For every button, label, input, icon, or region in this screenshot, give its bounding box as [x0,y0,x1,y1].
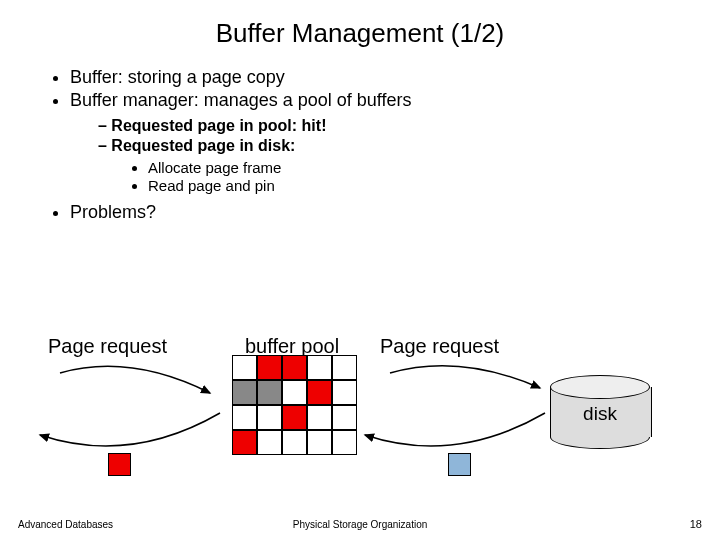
sub-sub-list: Allocate page frame Read page and pin [98,159,720,194]
sub-hit: Requested page in pool: hit! [98,117,720,135]
buffer-cell [232,355,257,380]
bullet-text: Buffer manager: manages a pool of buffer… [70,90,412,110]
buffer-cell [332,405,357,430]
footer-center: Physical Storage Organization [0,519,720,530]
buffer-cell [332,380,357,405]
buffer-cell [232,380,257,405]
diagram: Page request Page request buffer pool di… [0,335,720,505]
buffer-cell [282,355,307,380]
slide-title: Buffer Management (1/2) [0,18,720,49]
buffer-cell [257,405,282,430]
buffer-cell [282,405,307,430]
sub-disk: Requested page in disk: Allocate page fr… [98,137,720,194]
buffer-cell [232,405,257,430]
page-request-left-label: Page request [48,335,167,358]
buffer-cell [307,430,332,455]
disk-icon: disk [550,375,650,440]
buffer-cell [307,405,332,430]
sub-text: Requested page in disk: [111,137,295,154]
subsub-read: Read page and pin [148,177,720,194]
slide-number: 18 [690,518,702,530]
buffer-cell [307,355,332,380]
buffer-cell [332,430,357,455]
bullet-list: Buffer: storing a page copy Buffer manag… [0,67,720,223]
page-request-right-label: Page request [380,335,499,358]
sub-list: Requested page in pool: hit! Requested p… [70,117,720,194]
bullet-buffer: Buffer: storing a page copy [70,67,720,88]
buffer-cell [257,430,282,455]
buffer-pool-grid [232,355,357,455]
subsub-allocate: Allocate page frame [148,159,720,176]
disk-label: disk [550,403,650,425]
arrow-right-out [355,405,555,475]
buffer-cell [282,430,307,455]
buffer-cell [257,355,282,380]
buffer-cell [257,380,282,405]
buffer-cell [232,430,257,455]
buffer-cell [282,380,307,405]
arrow-left-out [30,405,230,475]
bullet-problems: Problems? [70,202,720,223]
bullet-buffer-manager: Buffer manager: manages a pool of buffer… [70,90,720,194]
buffer-cell [307,380,332,405]
buffer-cell [332,355,357,380]
